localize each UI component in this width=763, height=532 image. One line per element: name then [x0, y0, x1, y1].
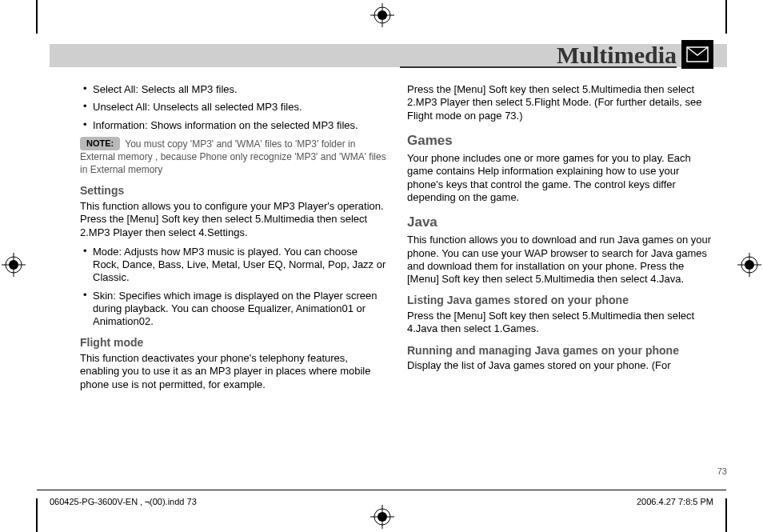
note-block: NOTE:You must copy 'MP3' and 'WMA' files…	[80, 137, 386, 177]
footer-rule	[37, 488, 726, 490]
registration-mark-icon	[370, 3, 394, 27]
heading-games: Games	[407, 132, 713, 149]
footer-timestamp: 2006.4.27 7:8:5 PM	[637, 497, 713, 508]
crop-mark	[36, 498, 38, 532]
heading-running-java: Running and managing Java games on your …	[407, 344, 713, 358]
paragraph: This function deactivates your phone's t…	[80, 352, 386, 391]
heading-listing-java: Listing Java games stored on your phone	[407, 294, 713, 307]
heading-flight-mode: Flight mode	[80, 336, 386, 350]
note-body: You must copy 'MP3' and 'WMA' files to '…	[80, 138, 386, 175]
paragraph: Your phone includes one or more games fo…	[407, 152, 713, 204]
paragraph: Press the [Menu] Soft key then select 5.…	[407, 83, 713, 122]
crop-mark	[725, 498, 727, 532]
list-item: Unselect All: Unselects all selected MP3…	[80, 101, 386, 114]
manual-page: { "header": { "section_title": "Multimed…	[0, 0, 763, 532]
registration-mark-icon	[370, 505, 394, 529]
heading-java: Java	[407, 214, 713, 230]
heading-settings: Settings	[80, 184, 386, 198]
note-badge: NOTE:	[80, 137, 120, 150]
right-column: Press the [Menu] Soft key then select 5.…	[407, 83, 713, 478]
left-column: Select All: Selects all MP3 files. Unsel…	[80, 83, 386, 478]
crop-mark	[725, 0, 727, 34]
registration-mark-icon	[737, 253, 761, 277]
registration-mark-icon	[2, 253, 26, 277]
list-item: Information: Shows information on the se…	[80, 119, 386, 132]
page-number: 73	[717, 466, 727, 478]
list-item: Select All: Selects all MP3 files.	[80, 83, 386, 96]
paragraph: Display the list of Java games stored on…	[407, 359, 713, 372]
paragraph: Press the [Menu] Soft key then select 5.…	[407, 310, 713, 336]
footer-filepath: 060425-PG-3600V-EN ‚ ¬(00).indd 73	[50, 497, 197, 508]
paragraph: This function allows you to download and…	[407, 234, 713, 286]
list-item: Skin: Specifies which image is displayed…	[80, 290, 386, 329]
list-item: Mode: Adjusts how MP3 music is played. Y…	[80, 246, 386, 285]
paragraph: This function allows you to configure yo…	[80, 200, 386, 239]
title-underline	[400, 66, 677, 68]
mail-icon	[681, 40, 713, 69]
section-title: Multimedia	[557, 40, 677, 70]
crop-mark	[36, 0, 38, 34]
